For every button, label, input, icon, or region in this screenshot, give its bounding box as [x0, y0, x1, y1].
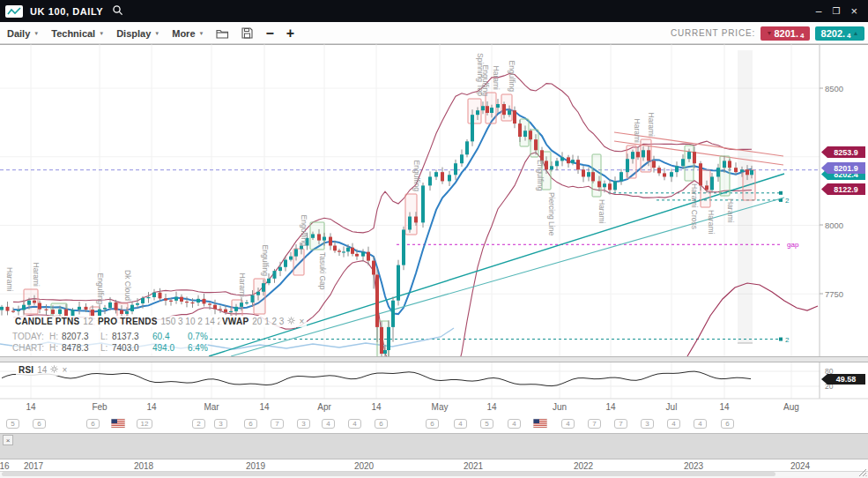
svg-text:Harami Cross: Harami Cross — [690, 183, 699, 229]
svg-text:2: 2 — [785, 336, 790, 344]
x-axis-tick-label: 14 — [363, 402, 389, 412]
svg-text:2: 2 — [785, 197, 790, 205]
event-count-badge[interactable]: 3 — [214, 419, 227, 429]
svg-text:Harami: Harami — [32, 263, 41, 288]
event-count-badge[interactable]: 7 — [614, 419, 627, 429]
gear-icon[interactable] — [287, 317, 295, 326]
gear-icon[interactable] — [50, 365, 58, 375]
svg-text:Engulfing: Engulfing — [300, 215, 308, 247]
x-axis-tick-label: Apr — [311, 402, 338, 412]
rsi-value-tag: 49.58 — [821, 374, 865, 385]
event-count-badge[interactable]: 2 — [192, 419, 205, 429]
nav-year-label: 2019 — [241, 461, 271, 471]
svg-text:Harami: Harami — [492, 66, 501, 91]
event-count-badge[interactable]: 6 — [86, 419, 100, 429]
event-count-badge[interactable]: 5 — [480, 419, 493, 429]
today-stats-row: TODAY:H:8207.3L:8137.360.40.7% — [12, 331, 208, 342]
indicator-name: RSI — [19, 365, 33, 375]
event-count-badge[interactable]: 4 — [508, 419, 521, 429]
indicator-name: CANDLE PTNS — [15, 317, 79, 326]
x-axis-tick-label: 14 — [138, 402, 165, 412]
event-count-badge[interactable]: 3 — [297, 419, 310, 429]
event-count-badge[interactable]: 6 — [33, 419, 46, 429]
indicator-chip-vwap: VWAP 20 1 2 3 × — [219, 316, 307, 327]
close-icon[interactable]: × — [299, 317, 304, 326]
svg-text:Harami: Harami — [707, 210, 716, 235]
svg-text:Harami: Harami — [597, 199, 606, 224]
event-count-badge[interactable]: 5 — [6, 419, 19, 429]
price-tag: 8122.9 — [821, 183, 865, 195]
svg-text:Engulfing: Engulfing — [536, 160, 545, 191]
event-count-badge[interactable]: 4 — [454, 419, 467, 429]
price-tick-label: 8500 — [825, 84, 843, 93]
price-tag: 8201.9 — [821, 162, 865, 174]
x-axis-tick-label: Aug — [778, 402, 805, 412]
event-count-badge[interactable]: 7 — [271, 419, 284, 429]
event-count-badge[interactable]: 6 — [721, 419, 734, 429]
event-count-badge[interactable]: 4 — [561, 419, 575, 429]
price-tick-label: 8000 — [825, 220, 843, 230]
price-tick-label: 7750 — [825, 289, 843, 299]
close-icon[interactable]: × — [62, 366, 67, 375]
event-count-badge[interactable]: 4 — [694, 419, 707, 429]
navigator-panel[interactable] — [0, 433, 868, 459]
indicator-name: VWAP — [222, 317, 249, 326]
x-axis-tick-label: 14 — [18, 402, 44, 412]
event-count-badge[interactable]: 7 — [588, 419, 601, 429]
event-count-badge[interactable]: 4 — [667, 419, 680, 429]
indicator-chip-rsi: RSI 14 × — [16, 364, 70, 376]
price-tag: 8253.9 — [821, 146, 865, 158]
nav-year-label: 2022 — [568, 461, 598, 471]
svg-text:Engulfing: Engulfing — [412, 161, 421, 192]
navigator-close-icon[interactable]: × — [3, 435, 13, 445]
event-count-badge[interactable]: 6 — [244, 419, 257, 429]
indicator-params: 14 — [37, 365, 47, 375]
resize-grip-icon[interactable] — [857, 467, 867, 477]
x-axis-tick-label: 14 — [597, 402, 624, 412]
x-axis-tick-label: 14 — [251, 402, 278, 412]
nav-year-label: 2018 — [129, 461, 159, 471]
us-flag-icon[interactable] — [533, 418, 547, 429]
nav-year-label: 2023 — [679, 461, 708, 471]
event-count-badge[interactable]: 12 — [137, 419, 152, 429]
svg-text:Engulfing: Engulfing — [261, 245, 270, 277]
svg-text:Harami: Harami — [633, 119, 642, 144]
scrollbar-thumb[interactable] — [2, 472, 775, 476]
x-axis-tick-label: Jul — [658, 402, 685, 412]
indicator-name: PRO TRENDS — [98, 317, 158, 326]
svg-text:gap: gap — [787, 241, 799, 249]
svg-text:Harami: Harami — [726, 198, 735, 223]
trading-app-window: UK 100, DAILY – ❐ × Daily▼ Technical▼ Di… — [0, 0, 868, 478]
nav-year-label: 2021 — [458, 461, 488, 471]
event-count-badge[interactable]: 4 — [322, 419, 335, 429]
svg-text:Piercing Line: Piercing Line — [547, 192, 556, 235]
x-axis-tick-label: 14 — [711, 402, 738, 412]
svg-text:Harami: Harami — [238, 273, 247, 298]
event-count-badge[interactable]: 3 — [641, 419, 654, 429]
svg-text:Engulfing: Engulfing — [96, 273, 105, 305]
chart-stats-row: CHART:H:8478.3L:7403.0494.06.4% — [12, 342, 208, 354]
nav-year-label: 2017 — [19, 461, 48, 471]
x-axis-tick-label: Jun — [546, 402, 573, 412]
x-axis-tick-label: May — [427, 402, 453, 412]
x-axis-tick-label: Feb — [86, 402, 113, 412]
event-count-badge[interactable]: 6 — [375, 419, 388, 429]
indicator-params: 20 1 2 3 — [252, 317, 284, 326]
panel-splitter[interactable] — [0, 356, 868, 362]
event-count-badge[interactable]: 4 — [348, 419, 361, 429]
svg-text:Engulfing: Engulfing — [508, 61, 516, 93]
x-axis-tick-label: Mar — [198, 402, 225, 412]
svg-text:Tasuki Gap: Tasuki Gap — [318, 252, 327, 290]
svg-text:Harami: Harami — [5, 267, 14, 292]
us-flag-icon[interactable] — [111, 418, 125, 429]
nav-year-label: 16 — [0, 461, 19, 471]
event-count-badge[interactable]: 6 — [426, 419, 439, 429]
indicator-params: 12 — [83, 317, 93, 326]
nav-year-label: 2024 — [785, 461, 815, 471]
x-axis-tick-label: 14 — [479, 402, 505, 412]
svg-text:Dk Cloud: Dk Cloud — [123, 270, 132, 301]
svg-text:Engulfing: Engulfing — [481, 65, 490, 97]
svg-text:Harami: Harami — [384, 364, 393, 389]
nav-year-label: 2020 — [349, 461, 379, 471]
price-stats: TODAY:H:8207.3L:8137.360.40.7% CHART:H:8… — [12, 331, 208, 354]
